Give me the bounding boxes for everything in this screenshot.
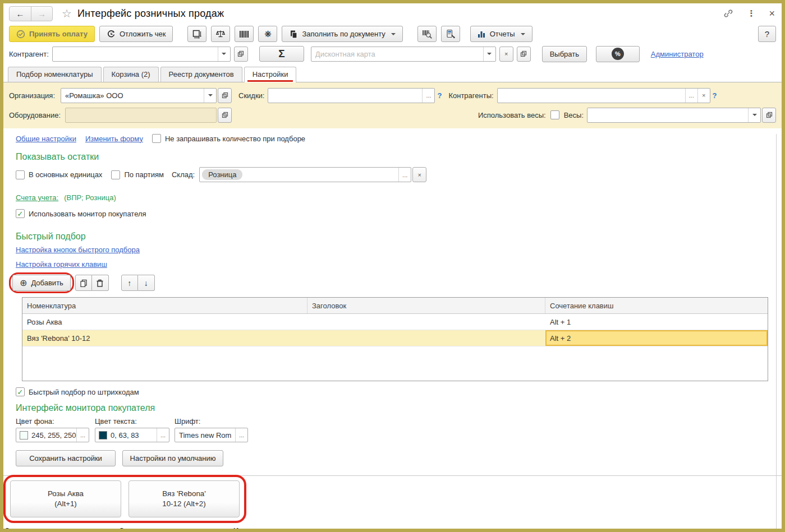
discounts-input[interactable] — [268, 89, 422, 103]
counterparties-help-icon[interactable]: ? — [713, 91, 717, 100]
open-icon — [766, 112, 773, 118]
font-picker-button[interactable]: ... — [235, 428, 247, 442]
scales-open-button[interactable] — [762, 108, 776, 123]
tab-cart[interactable]: Корзина (2) — [103, 67, 159, 82]
warehouse-ellipsis-button[interactable]: ... — [398, 168, 411, 182]
counterparty-input[interactable] — [53, 47, 218, 61]
col-header[interactable]: Заголовок — [307, 298, 545, 313]
fill-by-document-button[interactable]: Заполнить по документу — [282, 26, 402, 42]
flower-button[interactable]: ❋ — [258, 26, 277, 42]
accounts-value: (ВПР; Розница) — [64, 193, 116, 202]
barcode-quick-pick-checkbox[interactable] — [16, 387, 25, 396]
warehouse-clear-button[interactable]: × — [412, 167, 426, 182]
hotkeys-link[interactable]: Настройка горячих клавиш — [16, 260, 107, 269]
col-hotkey[interactable]: Сочетание клавиш — [545, 298, 768, 313]
bg-color-field[interactable]: 245, 255, 250 ... — [16, 428, 89, 442]
organization-open-button[interactable] — [218, 88, 232, 103]
favorite-star-icon[interactable]: ☆ — [62, 7, 72, 20]
data-terminal-icon — [446, 29, 456, 39]
text-color-swatch — [99, 431, 107, 440]
no-quantity-checkbox[interactable] — [152, 134, 161, 143]
discount-card-open-button[interactable] — [517, 47, 531, 62]
discounts-help-icon[interactable]: ? — [437, 91, 442, 100]
scales-button[interactable] — [211, 26, 230, 42]
cell-header[interactable] — [307, 330, 545, 346]
reports-button[interactable]: Отчеты — [470, 26, 532, 42]
percent-button[interactable]: % — [596, 46, 640, 62]
tab-nomenclature[interactable]: Подбор номенклатуры — [8, 67, 102, 82]
close-icon[interactable]: × — [769, 8, 775, 20]
accounts-link[interactable]: Счета учета: — [16, 193, 58, 202]
scales-dropdown[interactable] — [748, 108, 760, 122]
font-field[interactable]: Times new Roman ... — [175, 428, 248, 442]
check-circle-icon — [16, 30, 25, 39]
more-menu-icon[interactable]: ⋮ — [747, 8, 755, 18]
bg-color-picker-button[interactable]: ... — [76, 428, 89, 442]
discount-card-clear-button[interactable]: × — [499, 47, 513, 62]
warehouse-tag[interactable]: Розница — [202, 169, 242, 180]
forward-button[interactable]: → — [31, 7, 52, 21]
barcode-button[interactable] — [235, 26, 254, 42]
quick-button-rozy-akva[interactable]: Розы Аква (Alt+1) — [10, 480, 121, 517]
cell-header[interactable] — [307, 314, 545, 330]
get-link-icon[interactable] — [723, 8, 733, 18]
delete-row-button[interactable] — [92, 275, 109, 291]
cash-drawer-button[interactable] — [187, 26, 206, 42]
by-batches-checkbox[interactable] — [111, 170, 120, 179]
use-scales-label: Использовать весы: — [478, 111, 546, 119]
barcode-search-button[interactable] — [417, 26, 437, 42]
default-settings-button[interactable]: Настройки по умолчанию — [122, 450, 223, 466]
scales-input[interactable] — [587, 108, 748, 122]
use-scales-checkbox[interactable] — [550, 110, 559, 119]
discount-card-dropdown[interactable] — [483, 47, 495, 61]
user-link[interactable]: Администратор — [651, 50, 704, 58]
customer-monitor-checkbox[interactable] — [16, 209, 25, 218]
counterparty-dropdown[interactable] — [218, 47, 230, 61]
data-terminal-button[interactable] — [441, 26, 460, 42]
move-down-button[interactable]: ↓ — [138, 275, 155, 291]
sigma-icon: Σ — [278, 48, 284, 60]
discount-card-input[interactable] — [311, 47, 483, 61]
equipment-open-button[interactable] — [218, 108, 232, 123]
equipment-label: Оборудование: — [9, 111, 65, 119]
discounts-ellipsis-button[interactable]: ... — [422, 89, 434, 103]
cell-hotkey-active[interactable]: Alt + 2 — [545, 330, 768, 346]
back-button[interactable]: ← — [10, 7, 31, 21]
counterparty-open-button[interactable] — [234, 47, 248, 62]
counterparties-clear-button[interactable]: × — [697, 89, 710, 103]
text-color-field[interactable]: 0, 63, 83 ... — [95, 428, 169, 442]
clock-history-icon — [107, 30, 116, 39]
cell-hotkey[interactable]: Alt + 1 — [545, 314, 768, 330]
bg-color-label: Цвет фона: — [16, 417, 95, 425]
organization-dropdown[interactable] — [204, 89, 216, 103]
defer-receipt-button[interactable]: Отложить чек — [99, 26, 173, 42]
choose-label: Выбрать — [550, 50, 579, 58]
edit-form-link[interactable]: Изменить форму — [85, 135, 143, 143]
tab-bar: Подбор номенклатуры Корзина (2) Реестр д… — [3, 63, 782, 82]
save-settings-button[interactable]: Сохранить настройки — [16, 450, 116, 466]
text-color-picker-button[interactable]: ... — [157, 428, 169, 442]
organization-input[interactable] — [61, 89, 204, 103]
accept-payment-button[interactable]: Принять оплату — [9, 26, 95, 42]
equipment-input — [66, 108, 216, 122]
add-row-button[interactable]: ⊕ Добавить — [12, 275, 71, 291]
tab-documents[interactable]: Реестр документов — [160, 67, 242, 82]
base-units-checkbox[interactable] — [16, 170, 25, 179]
tab-settings[interactable]: Настройки — [244, 67, 297, 82]
move-up-button[interactable]: ↑ — [121, 275, 138, 291]
counterparties-input[interactable] — [498, 89, 685, 103]
col-nomenclature[interactable]: Номенклатура — [22, 298, 307, 313]
cell-nomenclature[interactable]: Вяз 'Rebona' 10-12 — [22, 330, 307, 346]
choose-button[interactable]: Выбрать — [542, 46, 587, 62]
counterparty-row: Контрагент: Σ × Выбрать % Администратор — [3, 44, 782, 63]
counterparties-ellipsis-button[interactable]: ... — [685, 89, 697, 103]
general-settings-link[interactable]: Общие настройки — [16, 135, 76, 143]
cell-nomenclature[interactable]: Розы Аква — [22, 314, 307, 330]
quick-button-vyaz-rebona[interactable]: Вяз 'Rebona' 10-12 (Alt+2) — [128, 480, 240, 517]
table-row[interactable]: Розы Аква Alt + 1 — [22, 314, 768, 330]
copy-row-button[interactable] — [75, 275, 92, 291]
help-button[interactable]: ? — [758, 26, 776, 42]
sum-button[interactable]: Σ — [259, 46, 304, 62]
table-row[interactable]: Вяз 'Rebona' 10-12 Alt + 2 — [22, 330, 768, 346]
quick-pick-buttons-link[interactable]: Настройка кнопок быстрого подбора — [16, 246, 140, 254]
